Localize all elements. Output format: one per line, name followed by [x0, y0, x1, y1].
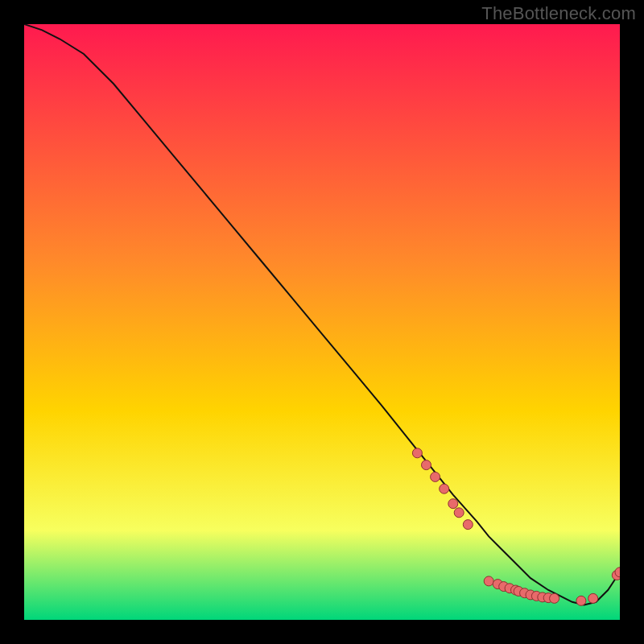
data-point — [448, 499, 458, 509]
data-point — [412, 448, 422, 458]
data-point — [422, 460, 431, 470]
data-point — [588, 593, 598, 603]
watermark-text: TheBottleneck.com — [481, 3, 636, 24]
chart-stage: TheBottleneck.com — [0, 0, 644, 644]
chart-svg — [24, 24, 620, 620]
data-point — [484, 576, 493, 586]
data-point — [440, 484, 449, 493]
data-point — [576, 596, 586, 605]
gradient-background — [24, 24, 620, 620]
data-point — [431, 472, 440, 481]
plot-area — [24, 24, 620, 620]
data-point — [454, 508, 464, 518]
data-point — [550, 593, 559, 603]
data-point — [463, 520, 473, 530]
